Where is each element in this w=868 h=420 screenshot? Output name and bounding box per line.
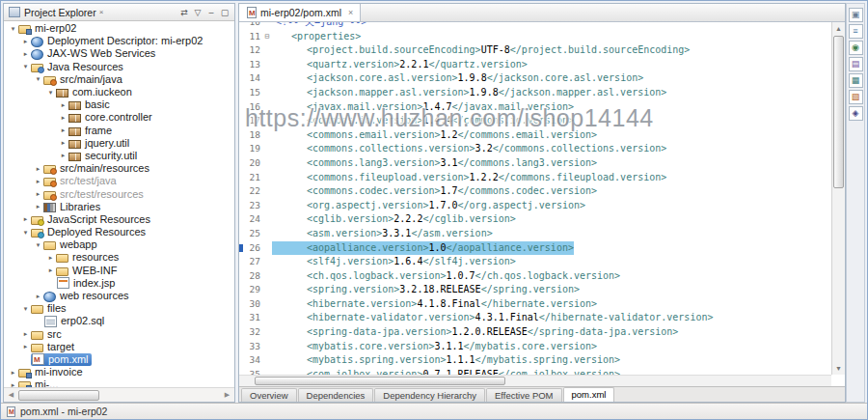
tree-item-java-resources[interactable]: ▾Java Resources — [4, 61, 234, 73]
expander-closed-icon[interactable]: ▸ — [58, 101, 68, 109]
tree-item-pom-xml[interactable]: pom.xml — [4, 353, 234, 366]
code-line-22[interactable]: 22<commons.codec.version>1.7</commons.co… — [239, 184, 831, 199]
expander-open-icon[interactable]: ▾ — [45, 89, 56, 97]
expander-closed-icon[interactable]: ▸ — [45, 254, 56, 262]
expander-closed-icon[interactable]: ▸ — [58, 126, 68, 134]
scroll-up-icon[interactable]: ▲ — [832, 22, 845, 35]
code-line-32[interactable]: 32<spring-data-jpa.version>1.2.0.RELEASE… — [239, 325, 831, 340]
pom-editor-tab-pom-xml[interactable]: pom.xml — [563, 387, 615, 402]
code-line-15[interactable]: 15<jackson.mapper.asl.version>1.9.8</jac… — [239, 86, 831, 100]
tree-item-cell[interactable]: basic — [68, 98, 113, 111]
tree-item-cell[interactable]: jquery.util — [68, 137, 132, 150]
expander-closed-icon[interactable]: ▸ — [58, 114, 68, 122]
tree-item-libraries[interactable]: ▸Libraries — [4, 201, 234, 213]
expander-closed-icon[interactable]: ▸ — [58, 139, 68, 147]
tree-item-cell[interactable]: WEB-INF — [56, 265, 120, 277]
scrollbar-track[interactable] — [18, 389, 220, 402]
editor-horizontal-scrollbar[interactable] — [239, 375, 831, 386]
tree-item-frame[interactable]: ▸frame — [4, 125, 234, 137]
code-line-27[interactable]: 27<slf4j.version>1.6.4</slf4j.version> — [239, 255, 831, 269]
minimized-view-5-icon[interactable] — [849, 90, 863, 104]
pom-editor-tab-dependencies[interactable]: Dependencies — [298, 388, 374, 402]
expander-open-icon[interactable]: ▾ — [8, 25, 18, 33]
code-line-31[interactable]: 31<hibernate-validator.version>4.3.1.Fin… — [239, 311, 831, 325]
code-line-13[interactable]: 13<quartz.version>2.2.1</quartz.version> — [239, 58, 831, 72]
tree-item-deployment-descriptor-mi-erp02[interactable]: ▸Deployment Descriptor: mi-erp02 — [4, 35, 234, 47]
tree-item-web-inf[interactable]: ▸WEB-INF — [4, 265, 234, 277]
tree-item-cell[interactable]: pom.xml — [31, 353, 92, 366]
tree-item-security-util[interactable]: ▸security.util — [4, 150, 234, 162]
code-line-24[interactable]: 24<cglib.version>2.2.2</cglib.version> — [239, 212, 831, 227]
tree-item-cell[interactable]: web resources — [43, 290, 132, 302]
tree-item-javascript-resources[interactable]: ▸JavaScript Resources — [4, 213, 234, 226]
tree-item-jquery-util[interactable]: ▸jquery.util — [4, 137, 234, 150]
expander-closed-icon[interactable]: ▸ — [33, 190, 43, 198]
tree-item-cell[interactable]: src — [31, 328, 65, 341]
tree-item-mi-erp02[interactable]: ▾mi-erp02 — [4, 22, 234, 35]
expander-open-icon[interactable]: ▾ — [20, 63, 31, 70]
link-with-editor-icon[interactable]: ⇄ — [177, 8, 191, 17]
code-line-30[interactable]: 30<hibernate.version>4.1.8.Final</hibern… — [239, 297, 831, 312]
tree-item-com-iuckeon[interactable]: ▾com.iuckeon — [4, 86, 234, 98]
editor-tab-pom-xml[interactable]: mi-erp02/pom.xml × — [239, 4, 361, 21]
tree-item-cell[interactable]: erp02.sql — [43, 315, 107, 327]
tree-item-cell[interactable]: JAX-WS Web Services — [31, 47, 158, 60]
tree-item-cell[interactable]: files — [31, 302, 69, 315]
tree-item-cell[interactable]: mi-invoice — [18, 366, 86, 378]
code-line-26[interactable]: 26<aopalliance.version>1.0</aopalliance.… — [239, 241, 831, 256]
pom-editor-tab-overview[interactable]: Overview — [241, 388, 297, 402]
view-menu-icon[interactable]: ▽ — [191, 8, 204, 17]
code-line-23[interactable]: 23<org.aspectj.version>1.7.0</org.aspect… — [239, 199, 831, 213]
pom-editor-tab-dependency-hierarchy[interactable]: Dependency Hierarchy — [374, 388, 485, 402]
minimized-view-6-icon[interactable] — [849, 106, 863, 121]
code-line-29[interactable]: 29<spring.version>3.2.18.RELEASE</spring… — [239, 283, 831, 297]
expander-open-icon[interactable]: ▾ — [33, 241, 43, 249]
expander-open-icon[interactable]: ▾ — [33, 75, 43, 83]
expander-closed-icon[interactable]: ▸ — [20, 330, 31, 338]
tree-item-src[interactable]: ▸src — [4, 328, 234, 341]
tree-item-webapp[interactable]: ▾webapp — [4, 238, 234, 251]
tree-item-files[interactable]: ▾files — [4, 302, 234, 315]
scroll-right-icon[interactable]: ▶ — [220, 391, 234, 399]
tree-item-src-test-resources[interactable]: ▸src/test/resources — [4, 187, 234, 200]
expander-closed-icon[interactable]: ▸ — [33, 165, 43, 173]
tree-item-cell[interactable]: webapp — [43, 238, 100, 251]
tree-item-basic[interactable]: ▸basic — [4, 98, 234, 111]
tree-item-core-controller[interactable]: ▸core.controller — [4, 111, 234, 124]
code-line-14[interactable]: 14<jackson.core.asl.version>1.9.8</jacks… — [239, 71, 831, 86]
code-line-10[interactable]: 10<!-- 夹=jang --> — [239, 22, 831, 30]
minimize-view-icon[interactable]: – — [204, 8, 218, 17]
scroll-left-icon[interactable]: ◀ — [4, 391, 18, 399]
expander-closed-icon[interactable]: ▸ — [8, 369, 18, 377]
tree-item-cell[interactable]: src/main/java — [43, 73, 125, 86]
expander-closed-icon[interactable]: ▸ — [20, 215, 31, 223]
minimized-view-3-icon[interactable] — [849, 57, 863, 71]
tree-item-erp02-sql[interactable]: erp02.sql — [4, 315, 234, 327]
scrollbar-thumb[interactable] — [255, 377, 505, 385]
tree-item-deployed-resources[interactable]: ▾Deployed Resources — [4, 226, 234, 238]
tree-item-cell[interactable]: Deployed Resources — [31, 226, 149, 238]
expander-closed-icon[interactable]: ▸ — [20, 38, 31, 45]
expander-closed-icon[interactable]: ▸ — [33, 293, 43, 300]
scroll-down-icon[interactable]: ▼ — [832, 362, 845, 375]
minimized-view-4-icon[interactable] — [849, 73, 863, 88]
code-line-25[interactable]: 25<asm.version>3.3.1</asm.version> — [239, 227, 831, 241]
maximize-view-icon[interactable]: ▢ — [218, 8, 231, 17]
tree-item-mi-invoice[interactable]: ▸mi-invoice — [4, 366, 234, 378]
tree-item-mi[interactable]: ▸mi-... — [4, 378, 234, 387]
code-editor[interactable]: 10<!-- 夹=jang -->11⊟<properties>12<proje… — [239, 22, 831, 375]
expander-closed-icon[interactable]: ▸ — [33, 203, 43, 210]
expander-closed-icon[interactable]: ▸ — [58, 152, 68, 159]
code-line-12[interactable]: 12<project.build.sourceEncoding>UTF-8</p… — [239, 43, 831, 58]
code-line-20[interactable]: 20<commons.lang3.version>3.1</commons.la… — [239, 156, 831, 171]
expander-open-icon[interactable]: ▾ — [20, 305, 31, 313]
code-line-35[interactable]: 35<com.jolbox.version>0.7.1.RELEASE</com… — [239, 368, 831, 375]
close-tab-icon[interactable]: × — [348, 8, 353, 17]
tree-item-cell[interactable]: frame — [68, 125, 115, 137]
tree-item-target[interactable]: ▸target — [4, 341, 234, 353]
tree-item-cell[interactable]: security.util — [68, 150, 140, 162]
tree-item-cell[interactable]: Java Resources — [31, 61, 126, 73]
tree-item-web-resources[interactable]: ▸web resources — [4, 290, 234, 302]
expander-closed-icon[interactable]: ▸ — [33, 178, 43, 185]
pom-editor-tab-effective-pom[interactable]: Effective POM — [486, 388, 562, 402]
